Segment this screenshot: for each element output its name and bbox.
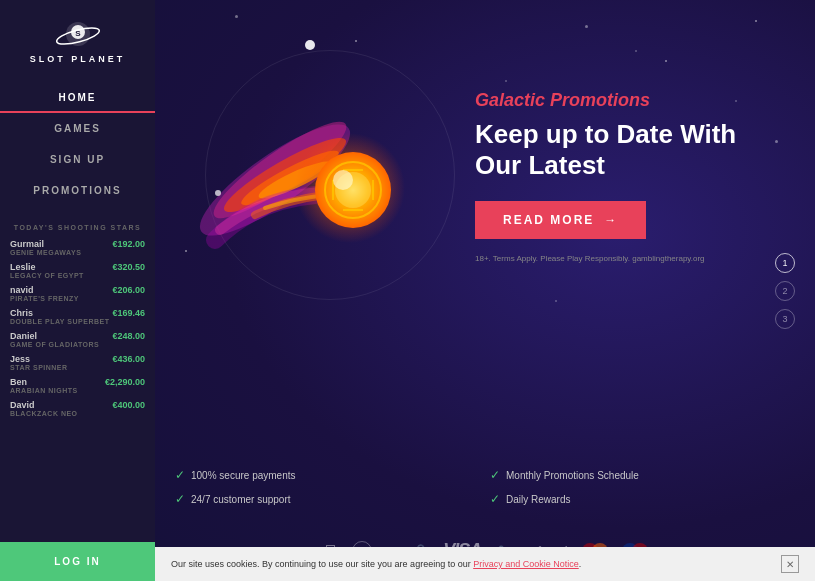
promo-text-block: Galactic Promotions Keep up to Date With…	[475, 90, 755, 263]
main-content: Galactic Promotions Keep up to Date With…	[155, 0, 815, 581]
list-item: ChrisDOUBLE PLAY SUPERBET €169.46	[10, 308, 145, 325]
read-more-button[interactable]: READ MORE →	[475, 201, 646, 239]
list-item: JessSTAR SPINNER €436.00	[10, 354, 145, 371]
logo-icon: S	[54, 18, 102, 50]
login-button[interactable]: LOG IN	[0, 542, 155, 581]
list-item: GurmailGENIE MEGAWAYS €192.00	[10, 239, 145, 256]
promo-subtitle: Galactic Promotions	[475, 90, 755, 111]
features-section: ✓ 100% secure payments ✓ 24/7 customer s…	[175, 468, 795, 506]
cookie-notice: Our site uses cookies. By continuing to …	[155, 547, 815, 581]
main-nav: HOME GAMES SIGN UP PROMOTIONS	[0, 82, 155, 206]
nav-games[interactable]: GAMES	[0, 113, 155, 144]
check-icon: ✓	[490, 468, 500, 482]
slider-controls: 1 2 3	[775, 253, 795, 329]
features-col-left: ✓ 100% secure payments ✓ 24/7 customer s…	[175, 468, 480, 506]
features-col-right: ✓ Monthly Promotions Schedule ✓ Daily Re…	[490, 468, 795, 506]
arrow-icon: →	[604, 213, 618, 227]
list-item: LeslieLEGACY OF EGYPT €320.50	[10, 262, 145, 279]
cookie-close-button[interactable]: ✕	[781, 555, 799, 573]
list-item: DanielGAME OF GLADIATORS €248.00	[10, 331, 145, 348]
check-icon: ✓	[490, 492, 500, 506]
list-item: navidPIRATE'S FRENZY €206.00	[10, 285, 145, 302]
cookie-text: Our site uses cookies. By continuing to …	[171, 559, 581, 569]
comet-illustration	[185, 30, 465, 330]
promo-title: Keep up to Date With Our Latest	[475, 119, 755, 181]
logo-text: SLOT PLANET	[30, 54, 126, 64]
sidebar: S SLOT PLANET HOME GAMES SIGN UP PROMOTI…	[0, 0, 155, 581]
nav-promotions[interactable]: PROMOTIONS	[0, 175, 155, 206]
slide-dot-3[interactable]: 3	[775, 309, 795, 329]
svg-text:S: S	[75, 29, 81, 38]
logo-area: S SLOT PLANET	[30, 18, 126, 64]
slide-dot-2[interactable]: 2	[775, 281, 795, 301]
list-item: DavidBLACKZACK NEO €400.00	[10, 400, 145, 417]
disclaimer-text: 18+. Terms Apply. Please Play Responsibl…	[475, 254, 755, 263]
feature-daily-rewards: ✓ Daily Rewards	[490, 492, 795, 506]
feature-secure-payments: ✓ 100% secure payments	[175, 468, 480, 482]
nav-home[interactable]: HOME	[0, 82, 155, 113]
list-item: BenARABIAN NIGHTS €2,290.00	[10, 377, 145, 394]
feature-customer-support: ✓ 24/7 customer support	[175, 492, 480, 506]
check-icon: ✓	[175, 468, 185, 482]
feature-promotions: ✓ Monthly Promotions Schedule	[490, 468, 795, 482]
nav-signup[interactable]: SIGN UP	[0, 144, 155, 175]
slide-dot-1[interactable]: 1	[775, 253, 795, 273]
svg-point-17	[333, 170, 353, 190]
cookie-policy-link[interactable]: Privacy and Cookie Notice	[473, 559, 579, 569]
check-icon: ✓	[175, 492, 185, 506]
shooting-stars-title: TODAY'S SHOOTING STARS	[10, 224, 145, 231]
shooting-stars-panel: TODAY'S SHOOTING STARS GurmailGENIE MEGA…	[0, 214, 155, 423]
